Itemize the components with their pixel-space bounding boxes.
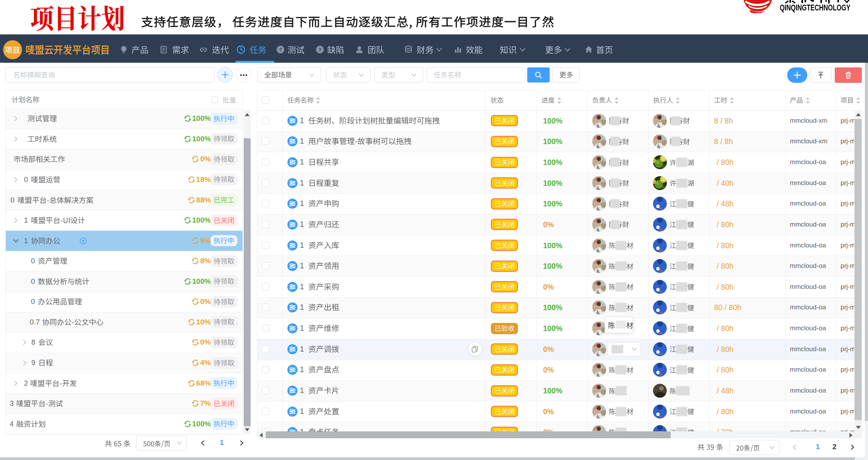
svg-text:?: ? xyxy=(279,47,282,53)
svg-text:?: ? xyxy=(318,47,321,53)
